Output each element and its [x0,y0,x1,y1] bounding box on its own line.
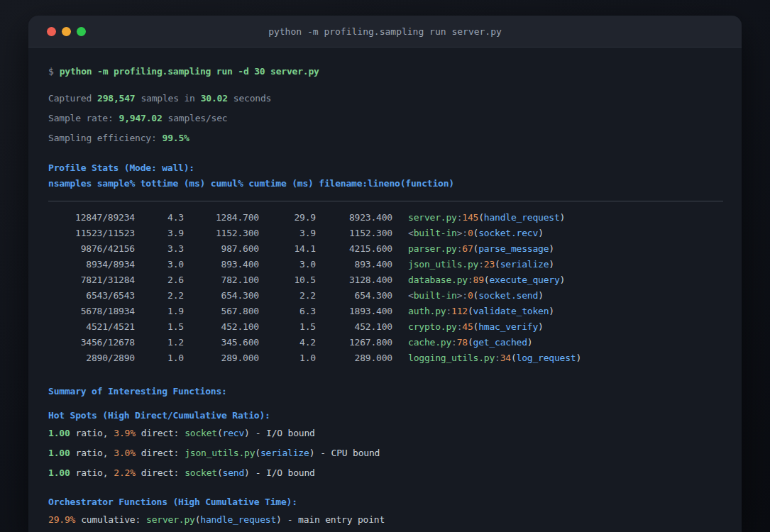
efficiency-line: Sampling efficiency:99.5% [48,131,723,145]
minimize-button-icon[interactable] [62,27,71,36]
captured-duration: 30.02 [201,93,228,104]
terminal-window: python -m profiling.sampling run server.… [28,16,742,532]
table-row: 9876/421563.3987.60014.14215.600parser.p… [48,241,723,257]
captured-samples: 298,547 [97,93,135,104]
function-ref: cache.py:78(get_cached) [408,337,532,348]
function-ref: parser.py:67(parse_message) [408,243,554,254]
function-ref: <built-in>:0(socket.recv) [408,228,544,238]
function-ref: logging_utils.py:34(log_request) [408,353,581,363]
traffic-lights [47,16,86,47]
command-line: $python -m profiling.sampling run -d 30 … [48,65,723,79]
profile-table: 12847/892344.31284.70029.98923.400server… [48,210,723,366]
rate-value: 9,947.02 [119,113,163,123]
table-row: 3456/126781.2345.6004.21267.800cache.py:… [48,335,723,350]
function-ref: json_utils.py:23(serialize) [408,259,554,270]
table-row: 5678/189341.9567.8006.31893.400auth.py:1… [48,304,723,319]
table-row: 8934/89343.0893.4003.0893.400json_utils.… [48,257,723,272]
captured-label: Captured [48,93,92,104]
terminal-content[interactable]: $python -m profiling.sampling run -d 30 … [28,48,742,532]
hot-spot-item: 1.00ratio,3.9%direct:socket(recv)- I/O b… [48,426,723,440]
captured-mid-label: samples in [141,93,194,104]
table-row: 11523/115233.91152.3003.91152.300<built-… [48,226,723,241]
efficiency-value: 99.5% [163,133,189,143]
maximize-button-icon[interactable] [77,27,86,36]
close-button-icon[interactable] [47,27,56,36]
function-ref: <built-in>:0(socket.send) [408,290,544,301]
orchestrator-item: 29.9%cumulative:server.py(handle_request… [48,513,723,527]
captured-suffix-label: seconds [233,93,271,104]
window-title: python -m profiling.sampling run server.… [268,26,502,37]
header-divider [48,201,723,201]
captured-line: Captured298,547samples in30.02seconds [48,92,723,106]
hot-spots-heading: Hot Spots (High Direct/Cumulative Ratio)… [48,409,723,423]
function-ref: crypto.py:45(hmac_verify) [408,321,544,332]
profile-stats-heading: Profile Stats (Mode: wall): [48,161,723,175]
prompt-symbol: $ [48,66,54,77]
command-text: python -m profiling.sampling run -d 30 s… [60,66,319,77]
rate-suffix-label: samples/sec [168,113,228,123]
table-row: 7821/312842.6782.10010.53128.400database… [48,272,723,288]
hot-spot-item: 1.00ratio,2.2%direct:socket(send)- I/O b… [48,466,723,480]
hot-spot-item: 1.00ratio,3.0%direct:json_utils.py(seria… [48,446,723,460]
function-ref: auth.py:112(validate_token) [408,306,554,316]
sample-rate-line: Sample rate:9,947.02samples/sec [48,111,723,126]
table-row: 4521/45211.5452.1001.5452.100crypto.py:4… [48,319,723,335]
summary-heading: Summary of Interesting Functions: [48,384,723,399]
efficiency-label: Sampling efficiency: [48,133,157,143]
rate-label: Sample rate: [48,113,114,123]
table-columns-header: nsamples sample% tottime (ms) cumul% cum… [48,177,723,191]
function-ref: server.py:145(handle_request) [408,212,565,223]
orchestrator-heading: Orchestrator Functions (High Cumulative … [48,495,723,509]
table-row: 2890/28901.0289.0001.0289.000logging_uti… [48,350,723,366]
table-row: 6543/65432.2654.3002.2654.300<built-in>:… [48,288,723,304]
table-row: 12847/892344.31284.70029.98923.400server… [48,210,723,226]
titlebar: python -m profiling.sampling run server.… [28,16,742,48]
function-ref: database.py:89(execute_query) [408,275,565,285]
